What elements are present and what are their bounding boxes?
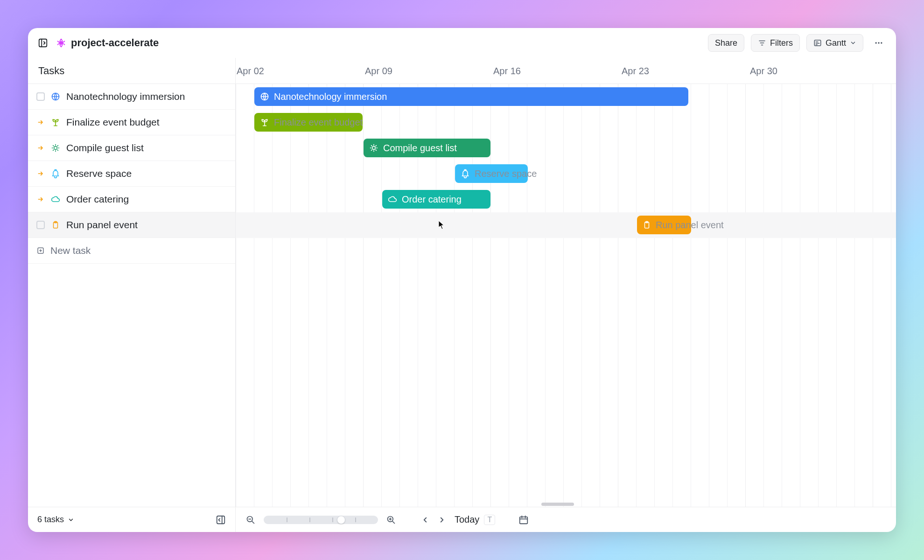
new-task-label: New task [50, 245, 91, 256]
subtask-arrow-icon [36, 118, 45, 126]
chevron-down-icon [850, 40, 856, 46]
zoom-in-button[interactable] [386, 515, 396, 525]
svg-point-4 [878, 42, 879, 43]
timeline-date: Apr 09 [365, 65, 392, 76]
subtask-arrow-icon [36, 195, 45, 203]
task-checkbox[interactable] [36, 221, 45, 229]
project-title[interactable]: project-accelerate [71, 37, 159, 49]
svg-point-3 [875, 42, 877, 43]
gantt-bar[interactable]: Finalize event budget [254, 113, 363, 132]
subtask-arrow-icon [36, 144, 45, 152]
gantt-bar[interactable]: Nanotechnology immersion [254, 87, 688, 106]
tasks-column: Nanotechnology immersionFinalize event b… [28, 84, 236, 507]
zoom-slider[interactable] [264, 516, 378, 524]
filters-label: Filters [770, 38, 793, 48]
gantt-bar-label: Finalize event budget [274, 117, 363, 128]
gantt-bar[interactable]: Compile guest list [364, 139, 490, 157]
globe-icon [50, 91, 61, 102]
gantt-bar[interactable]: Run panel event [637, 216, 691, 234]
plant-icon [260, 118, 269, 127]
today-label: Today [455, 514, 479, 525]
filters-button[interactable]: Filters [751, 34, 800, 52]
view-switcher[interactable]: Gantt [806, 34, 863, 52]
sun-icon [369, 143, 378, 153]
gantt-bar-label: Run panel event [656, 220, 724, 231]
zoom-out-button[interactable] [246, 515, 255, 525]
next-button[interactable] [438, 516, 446, 524]
task-row[interactable]: Reserve space [28, 161, 235, 187]
share-label: Share [715, 38, 737, 48]
plant-icon [50, 117, 61, 127]
task-label: Order catering [66, 194, 129, 205]
bell-icon [461, 169, 470, 178]
gantt-bar-label: Order catering [402, 194, 462, 205]
gantt-bar-label: Reserve space [475, 168, 537, 179]
timeline-date: Apr 23 [622, 65, 649, 76]
svg-point-5 [881, 42, 882, 43]
svg-point-7 [54, 147, 57, 150]
task-row[interactable]: Run panel event [28, 212, 235, 238]
prev-button[interactable] [421, 516, 429, 524]
more-button[interactable] [870, 34, 888, 52]
clip-icon [50, 220, 61, 230]
svg-rect-15 [217, 516, 225, 524]
footer: 6 tasks [28, 507, 896, 532]
project-icon [56, 38, 66, 48]
task-count-button[interactable]: 6 tasks [37, 515, 74, 525]
zoom-knob[interactable] [337, 516, 345, 524]
chevron-down-icon [68, 517, 74, 523]
gantt-bar-label: Compile guest list [383, 143, 457, 154]
sun-icon [50, 143, 61, 153]
bell-icon [50, 168, 61, 179]
gantt-area[interactable]: Nanotechnology immersionFinalize event b… [236, 84, 896, 507]
timeline-date: Apr 02 [237, 65, 264, 76]
svg-point-12 [372, 147, 376, 150]
task-label: Compile guest list [66, 142, 144, 154]
view-label: Gantt [826, 38, 846, 48]
timeline-date: Apr 16 [493, 65, 521, 76]
app-window: project-accelerate Share Filters Gantt T… [28, 28, 896, 532]
gantt-bar[interactable]: Reserve space [455, 164, 528, 183]
collapse-sidebar-button[interactable] [216, 515, 226, 525]
gantt-bar-label: Nanotechnology immersion [274, 91, 387, 102]
sidebar-toggle-button[interactable] [36, 36, 49, 49]
calendar-button[interactable] [518, 515, 529, 525]
clip-icon [643, 220, 651, 230]
subtask-arrow-icon [36, 169, 45, 178]
task-label: Nanotechnology immersion [66, 91, 185, 102]
task-label: Run panel event [66, 219, 138, 231]
content: Nanotechnology immersionFinalize event b… [28, 84, 896, 507]
task-row[interactable]: Compile guest list [28, 135, 235, 161]
svg-rect-18 [520, 517, 528, 524]
new-task-button[interactable]: New task [28, 238, 235, 264]
share-button[interactable]: Share [708, 34, 744, 52]
topbar: project-accelerate Share Filters Gantt [28, 28, 896, 58]
task-label: Reserve space [66, 168, 132, 179]
plus-icon [36, 246, 45, 255]
cloud-icon [388, 195, 397, 204]
task-count-label: 6 tasks [37, 515, 64, 525]
svg-rect-0 [39, 39, 47, 47]
task-row[interactable]: Order catering [28, 187, 235, 212]
gantt-bar[interactable]: Order catering [382, 190, 490, 209]
today-button[interactable]: Today T [455, 514, 495, 525]
cloud-icon [50, 194, 61, 204]
task-checkbox[interactable] [36, 92, 45, 101]
task-row[interactable]: Nanotechnology immersion [28, 84, 235, 110]
timeline-header[interactable]: Apr 02Apr 09Apr 16Apr 23Apr 30 [236, 58, 896, 84]
horizontal-scroll-indicator[interactable] [541, 503, 574, 506]
timeline-date: Apr 30 [750, 65, 777, 76]
today-key-hint: T [484, 515, 495, 525]
header-row: Tasks Apr 02Apr 09Apr 16Apr 23Apr 30 [28, 58, 896, 84]
tasks-column-header: Tasks [28, 58, 236, 84]
task-row[interactable]: Finalize event budget [28, 110, 235, 135]
globe-icon [260, 92, 269, 101]
task-label: Finalize event budget [66, 117, 160, 128]
